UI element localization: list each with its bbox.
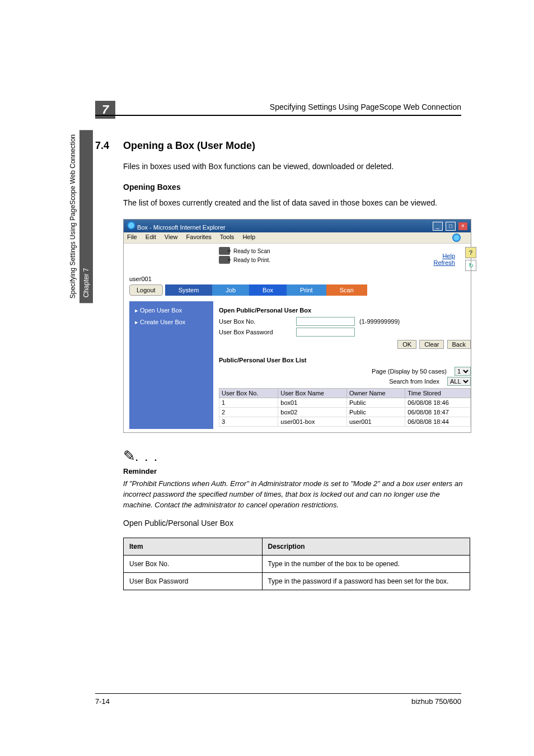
header-rule	[95, 115, 461, 116]
close-button[interactable]: ×	[458, 222, 467, 230]
table-row: User Box No. Type in the number of the b…	[124, 555, 470, 572]
menu-favorites[interactable]: Favorites	[186, 234, 212, 240]
menu-file[interactable]: File	[127, 234, 137, 240]
ie-icon	[127, 221, 135, 230]
tab-system[interactable]: System	[165, 284, 213, 296]
header-title: Specifying Settings Using PageScope Web …	[270, 102, 461, 111]
footer-page-number: 7-14	[95, 697, 110, 706]
browser-screenshot: Box - Microsoft Internet Explorer _ □ × …	[123, 219, 471, 433]
section-title: Opening a Box (User Mode)	[123, 140, 470, 152]
box-no-input[interactable]	[296, 317, 355, 326]
tab-print[interactable]: Print	[287, 284, 326, 296]
tab-row: Logout System Job Box Print Scan	[129, 284, 476, 296]
window-title: Box - Microsoft Internet Explorer	[137, 224, 226, 231]
header-chapter-number: 7	[95, 101, 115, 119]
box-list-table: User Box No. User Box Name Owner Name Ti…	[219, 388, 471, 427]
note-icon: ✎	[123, 447, 135, 464]
window-titlebar: Box - Microsoft Internet Explorer _ □ ×	[124, 220, 471, 232]
list-title: Public/Personal User Box List	[219, 357, 471, 363]
menu-edit[interactable]: Edit	[146, 234, 156, 240]
ok-button[interactable]: OK	[397, 340, 416, 349]
intro-text: Files in boxes used with Box functions c…	[123, 161, 470, 172]
footer-product: bizhub 750/600	[411, 697, 461, 706]
refresh-link[interactable]: Refresh	[433, 259, 455, 266]
col-time: Time Stored	[405, 389, 471, 398]
box-no-label: User Box No.	[219, 318, 292, 325]
page-label: Page (Display by 50 cases)	[372, 368, 447, 375]
note-label: Reminder	[123, 467, 470, 475]
table-row: User Box Password Type in the password i…	[124, 572, 470, 590]
table-caption: Open Public/Personal User Box	[123, 519, 470, 528]
side-chapter: Chapter 7	[79, 130, 93, 303]
maximize-button[interactable]: □	[446, 222, 456, 231]
menu-tools[interactable]: Tools	[220, 234, 235, 240]
open-section-title: Open Public/Personal User Box	[219, 307, 471, 314]
table-row: 1 box01 Public 06/08/08 18:46	[219, 398, 471, 408]
col-box-name: User Box Name	[278, 389, 347, 398]
menu-help[interactable]: Help	[242, 234, 255, 240]
ie-throbber-icon	[452, 234, 461, 242]
box-no-range: (1-999999999)	[359, 318, 400, 325]
side-title: Specifying Settings Using PageScope Web …	[66, 130, 79, 303]
sidebar-item-create-box[interactable]: Create User Box	[129, 316, 213, 328]
sidebar-item-open-box[interactable]: Open User Box	[129, 305, 213, 316]
scanner-status-icon	[219, 247, 230, 255]
search-select[interactable]: ALL	[447, 377, 471, 386]
minimize-button[interactable]: _	[433, 222, 443, 231]
printer-status-icon	[219, 256, 230, 264]
box-password-input[interactable]	[296, 328, 355, 337]
col-owner: Owner Name	[346, 389, 405, 398]
sub-text: The list of boxes currently created and …	[123, 197, 470, 209]
table-row: 3 user001-box user001 06/08/08 18:44	[219, 417, 471, 427]
clear-button[interactable]: Clear	[419, 340, 444, 349]
note-text: If "Prohibit Functions when Auth. Error"…	[123, 479, 470, 511]
scan-status: Ready to Scan	[233, 248, 270, 254]
col-description: Description	[262, 538, 470, 555]
help-link[interactable]: Help	[442, 253, 455, 259]
section-number: 7.4	[95, 140, 109, 152]
refresh-icon[interactable]: ↻	[465, 260, 476, 271]
menu-bar: File Edit View Favorites Tools Help	[124, 232, 471, 244]
box-password-label: User Box Password	[219, 329, 292, 335]
description-table: Item Description User Box No. Type in th…	[123, 538, 470, 590]
print-status: Ready to Print.	[233, 257, 270, 263]
back-button[interactable]: Back	[447, 340, 471, 349]
col-box-no: User Box No.	[219, 389, 278, 398]
menu-view[interactable]: View	[165, 234, 178, 240]
tab-scan[interactable]: Scan	[326, 284, 367, 296]
logout-button[interactable]: Logout	[129, 284, 163, 296]
sidebar: Open User Box Create User Box	[129, 301, 213, 429]
tab-box[interactable]: Box	[249, 284, 287, 296]
table-row: 2 box02 Public 06/08/08 18:47	[219, 408, 471, 417]
note-dots-icon: . . .	[135, 453, 159, 463]
side-tab: Specifying Settings Using PageScope Web …	[66, 130, 82, 303]
search-label: Search from Index	[389, 378, 439, 385]
col-item: Item	[124, 538, 263, 555]
help-icon[interactable]: ?	[465, 247, 476, 258]
current-user: user001	[129, 276, 476, 282]
sub-heading: Opening Boxes	[123, 183, 470, 192]
tab-job[interactable]: Job	[212, 284, 249, 296]
page-select[interactable]: 1	[455, 367, 471, 376]
